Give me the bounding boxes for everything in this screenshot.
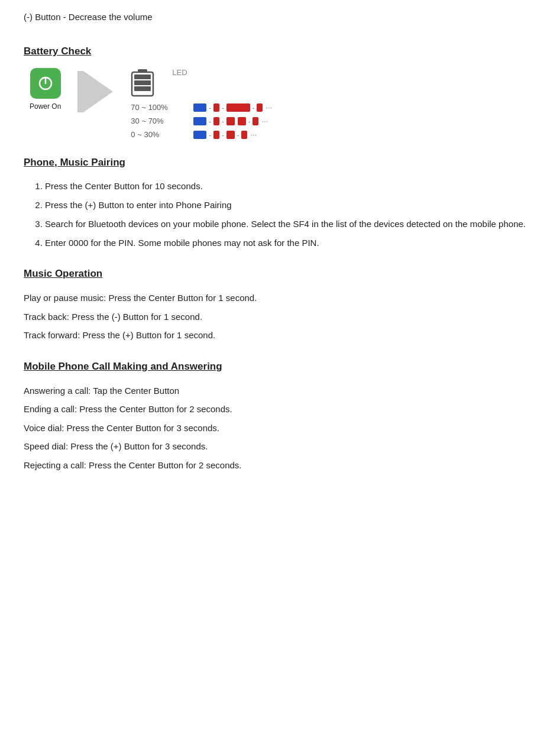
call-line-2: Ending a call: Press the Center Button f… xyxy=(24,402,536,417)
led-indicators-low: - - - ··· xyxy=(193,130,257,139)
led-title: LED xyxy=(172,68,187,77)
led-blue-2 xyxy=(193,117,206,125)
phone-music-pairing-title: Phone, Music Pairing xyxy=(24,157,536,169)
led-sep-7: - xyxy=(209,131,211,138)
percent-low: 0 ~ 30% xyxy=(131,130,184,139)
call-line-4: Speed dial: Press the (+) Button for 3 s… xyxy=(24,439,536,454)
arrow-container xyxy=(77,68,119,115)
led-sep-1: - xyxy=(209,104,211,111)
music-line-1: Play or pause music: Press the Center Bu… xyxy=(24,290,536,306)
call-line-5: Rejecting a call: Press the Center Butto… xyxy=(24,458,536,473)
battery-check-section: Battery Check Power On xyxy=(24,46,536,139)
music-line-2: Track back: Press the (-) Button for 1 s… xyxy=(24,309,536,325)
power-on-label: Power On xyxy=(30,102,61,111)
led-sep-5: - xyxy=(222,118,224,125)
battery-icon-area xyxy=(131,68,154,99)
music-line-3: Track forward: Press the (+) Button for … xyxy=(24,328,536,343)
percent-mid: 30 ~ 70% xyxy=(131,117,184,125)
led-red-md-2 xyxy=(238,117,246,125)
svg-rect-7 xyxy=(134,80,151,85)
led-dots-1: ··· xyxy=(266,103,272,112)
led-dots-2: ··· xyxy=(261,117,268,125)
pairing-step-1: Press the Center Button for 10 seconds. xyxy=(45,179,536,193)
led-sep-4: - xyxy=(209,118,211,125)
pairing-steps-list: Press the Center Button for 10 seconds. … xyxy=(24,179,536,250)
phone-music-pairing-section: Phone, Music Pairing Press the Center Bu… xyxy=(24,157,536,250)
led-red-sm-6 xyxy=(241,131,247,139)
call-line-3: Voice dial: Press the Center Button for … xyxy=(24,420,536,436)
call-line-1: Answering a call: Tap the Center Button xyxy=(24,383,536,399)
arrow-right-icon xyxy=(77,68,119,115)
led-sep-3: - xyxy=(253,104,255,111)
pairing-step-4: Enter 0000 for the PIN. Some mobile phon… xyxy=(45,236,536,250)
power-on-box: Power On xyxy=(30,68,61,111)
top-line-text: (-) Button - Decrease the volume xyxy=(24,12,536,22)
led-sep-8: - xyxy=(222,131,224,138)
battery-row-high: 70 ~ 100% - - - ··· xyxy=(131,103,272,112)
power-button-icon xyxy=(30,68,61,99)
battery-svg-icon xyxy=(131,68,154,98)
led-blue-3 xyxy=(193,131,206,139)
led-sep-9: - xyxy=(237,131,239,138)
led-indicators-high: - - - ··· xyxy=(193,103,272,112)
led-dots-3: ··· xyxy=(250,130,257,139)
battery-right-area: LED 70 ~ 100% - - - ··· 30 ~ 70% xyxy=(131,68,272,139)
percent-high: 70 ~ 100% xyxy=(131,103,184,112)
led-red-md-3 xyxy=(226,131,235,139)
led-red-md-1 xyxy=(226,117,235,125)
led-red-sm-5 xyxy=(213,131,219,139)
power-svg-icon xyxy=(37,75,54,92)
svg-rect-3 xyxy=(77,71,83,112)
pairing-step-3: Search for Bluetooth devices on your mob… xyxy=(45,217,536,231)
led-red-sm-1 xyxy=(213,103,219,112)
svg-marker-2 xyxy=(83,71,113,112)
mobile-phone-call-section: Mobile Phone Call Making and Answering A… xyxy=(24,361,536,473)
led-red-lg-1 xyxy=(226,103,250,112)
svg-rect-6 xyxy=(134,75,151,79)
pairing-step-2: Press the (+) Button to enter into Phone… xyxy=(45,198,536,212)
led-sep-2: - xyxy=(222,104,224,111)
battery-diagram: Power On xyxy=(24,68,536,139)
led-red-sm-3 xyxy=(213,117,219,125)
music-operation-section: Music Operation Play or pause music: Pre… xyxy=(24,268,536,343)
battery-row-low: 0 ~ 30% - - - ··· xyxy=(131,130,257,139)
music-operation-title: Music Operation xyxy=(24,268,536,280)
led-blue-1 xyxy=(193,103,206,112)
battery-check-title: Battery Check xyxy=(24,46,536,57)
led-sep-6: - xyxy=(248,118,251,125)
battery-row-mid: 30 ~ 70% - - - ··· xyxy=(131,117,268,125)
led-red-sm-4 xyxy=(253,117,258,125)
led-red-sm-2 xyxy=(257,103,263,112)
led-indicators-mid: - - - ··· xyxy=(193,117,268,125)
svg-rect-8 xyxy=(134,86,151,91)
mobile-phone-call-title: Mobile Phone Call Making and Answering xyxy=(24,361,536,373)
